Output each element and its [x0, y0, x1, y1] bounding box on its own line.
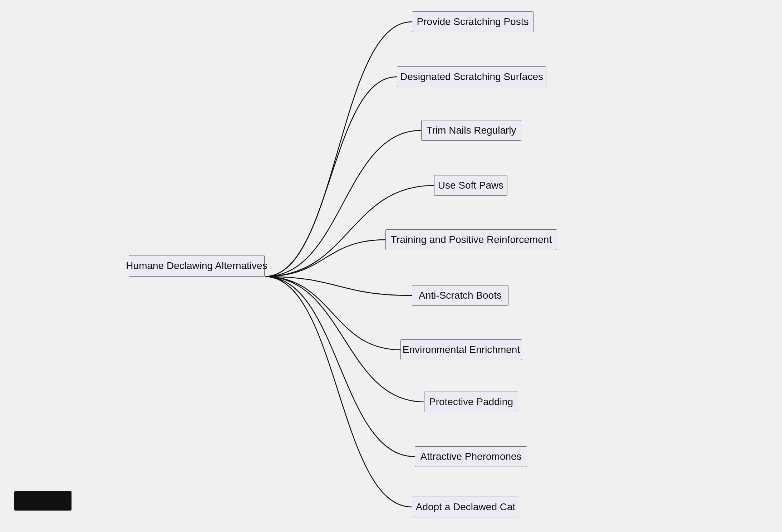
- node-node2[interactable]: Designated Scratching Surfaces: [397, 66, 546, 87]
- black-rectangle: [14, 491, 72, 511]
- node-node6[interactable]: Anti-Scratch Boots: [412, 285, 508, 306]
- center-node-label: Humane Declawing Alternatives: [126, 260, 267, 272]
- connection-to-node8: [265, 277, 424, 402]
- node-node9[interactable]: Attractive Pheromones: [415, 446, 527, 467]
- connection-to-node6: [265, 277, 412, 295]
- node-node1[interactable]: Provide Scratching Posts: [412, 11, 533, 32]
- mind-map-container: Humane Declawing Alternatives Provide Sc…: [0, 0, 782, 532]
- connections-svg: [0, 0, 782, 532]
- node-node5[interactable]: Training and Positive Reinforcement: [385, 229, 557, 250]
- node-node4[interactable]: Use Soft Paws: [434, 175, 507, 196]
- node-node10[interactable]: Adopt a Declawed Cat: [412, 497, 519, 517]
- node-node3[interactable]: Trim Nails Regularly: [421, 120, 521, 141]
- connection-to-node5: [265, 240, 385, 277]
- node-node7[interactable]: Environmental Enrichment: [400, 339, 522, 360]
- connection-to-node3: [265, 130, 421, 277]
- connection-to-node9: [265, 277, 415, 457]
- connection-to-node10: [265, 277, 412, 507]
- connection-to-node7: [265, 277, 400, 350]
- connection-to-node2: [265, 77, 397, 277]
- center-node[interactable]: Humane Declawing Alternatives: [129, 255, 265, 277]
- node-node8[interactable]: Protective Padding: [424, 392, 518, 412]
